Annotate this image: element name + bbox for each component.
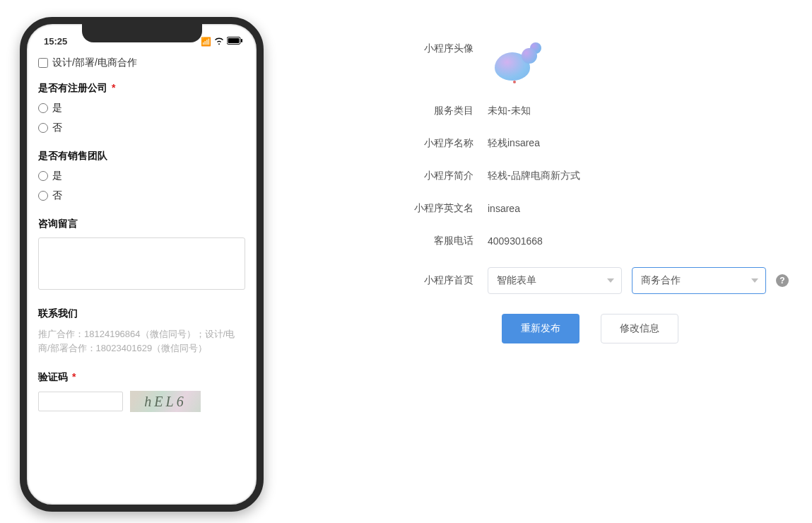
chevron-down-icon: [607, 278, 614, 283]
required-mark: *: [112, 82, 115, 95]
value-phone: 4009301668: [488, 235, 799, 247]
radio-label: 是: [52, 170, 62, 182]
label-phone: 客服电话: [367, 235, 488, 247]
radio-company-yes[interactable]: [38, 103, 48, 113]
label-name: 小程序名称: [367, 137, 488, 150]
radio-sales-no[interactable]: [38, 191, 48, 201]
label-contact: 联系我们: [38, 307, 78, 320]
phone-notch: [82, 24, 202, 42]
svg-rect-1: [228, 38, 240, 43]
section-consult: 咨询留言: [38, 218, 245, 292]
signal-icon: 📶: [201, 37, 211, 47]
radio-company-no[interactable]: [38, 123, 48, 133]
status-time: 15:25: [44, 36, 67, 47]
checkbox-design-deploy[interactable]: [38, 58, 48, 68]
value-name: 轻栈insarea: [488, 137, 799, 150]
value-category: 未知-未知: [488, 105, 799, 117]
info-panel: 小程序头像 服务类目 未知-未知 小程序名称 轻栈insarea 小程序简介 轻…: [367, 42, 799, 343]
svg-rect-2: [241, 39, 242, 42]
section-captcha: 验证码 * hEL6: [38, 371, 245, 412]
republish-button[interactable]: 重新发布: [502, 314, 579, 343]
label-category: 服务类目: [367, 105, 488, 117]
section-contact: 联系我们 推广合作：18124196864（微信同号）；设计/电商/部署合作：1…: [38, 307, 245, 355]
label-captcha: 验证码: [38, 371, 68, 384]
label-company: 是否有注册公司: [38, 82, 107, 95]
help-icon[interactable]: ?: [776, 274, 789, 287]
label-consult: 咨询留言: [38, 218, 78, 230]
required-mark: *: [72, 371, 76, 384]
button-label: 重新发布: [521, 322, 560, 335]
section-company: 是否有注册公司 * 是 否: [38, 82, 245, 134]
battery-icon: [227, 37, 242, 47]
select-value: 商务合作: [641, 274, 681, 287]
radio-sales-yes[interactable]: [38, 171, 48, 181]
label-enname: 小程序英文名: [367, 202, 488, 215]
button-label: 修改信息: [620, 322, 659, 335]
label-intro: 小程序简介: [367, 170, 488, 182]
value-intro: 轻栈-品牌电商新方式: [488, 170, 799, 182]
radio-label: 否: [52, 122, 62, 134]
radio-label: 否: [52, 189, 62, 202]
label-sales: 是否有销售团队: [38, 150, 107, 163]
label-home: 小程序首页: [367, 274, 488, 287]
edit-info-button[interactable]: 修改信息: [601, 314, 678, 343]
checkbox-label: 设计/部署/电商合作: [52, 57, 137, 69]
wifi-icon: [214, 37, 224, 47]
phone-mockup: 15:25 📶 设计/部署/电商合作 是否有注册公司 * 是: [20, 17, 264, 512]
captcha-image[interactable]: hEL6: [130, 391, 201, 412]
select-value: 智能表单: [497, 274, 536, 287]
select-home-page[interactable]: 智能表单: [488, 267, 622, 294]
contact-text: 推广合作：18124196864（微信同号）；设计/电商/部署合作：180234…: [38, 327, 245, 355]
captcha-input[interactable]: [38, 392, 123, 411]
consult-textarea[interactable]: [38, 237, 245, 290]
radio-label: 是: [52, 102, 62, 114]
select-home-sub[interactable]: 商务合作: [632, 267, 766, 294]
avatar: [490, 42, 547, 85]
phone-form[interactable]: 设计/部署/电商合作 是否有注册公司 * 是 否 是否有销售团队 是: [27, 49, 257, 505]
value-enname: insarea: [488, 203, 799, 214]
label-avatar: 小程序头像: [367, 42, 488, 55]
section-sales: 是否有销售团队 是 否: [38, 150, 245, 202]
chevron-down-icon: [751, 278, 758, 283]
